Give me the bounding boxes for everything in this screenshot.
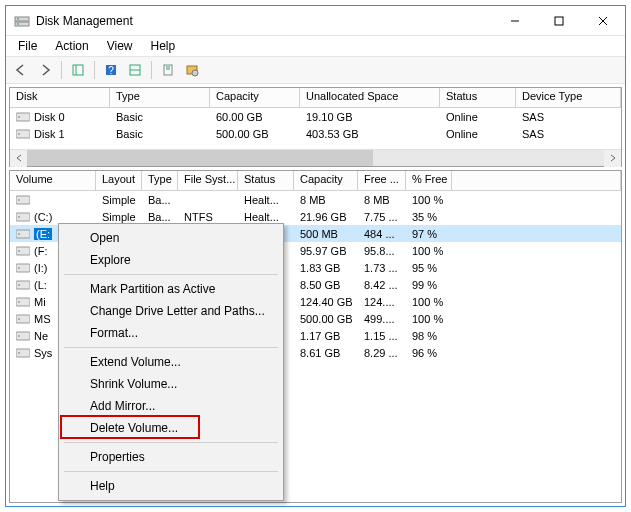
header-type[interactable]: Type (142, 171, 178, 191)
cell-pct: 100 % (406, 194, 452, 206)
volume-name: (I:) (34, 262, 47, 274)
cell-pct: 96 % (406, 347, 452, 359)
cell-capacity: 8.50 GB (294, 279, 358, 291)
cell-free: 8.29 ... (358, 347, 406, 359)
volume-name: Ne (34, 330, 48, 342)
svg-point-38 (18, 335, 20, 337)
volume-icon (16, 212, 30, 222)
cell-device: SAS (516, 128, 621, 140)
menu-item-add-mirror[interactable]: Add Mirror... (62, 395, 280, 417)
rescan-button[interactable] (181, 59, 203, 81)
volume-name: (L: (34, 279, 47, 291)
show-hide-tree-button[interactable] (67, 59, 89, 81)
header-blank[interactable] (452, 171, 621, 191)
header-volume[interactable]: Volume (10, 171, 96, 191)
cell-free: 8 MB (358, 194, 406, 206)
volume-name: Mi (34, 296, 46, 308)
menu-item-change-drive-letter-and-paths[interactable]: Change Drive Letter and Paths... (62, 300, 280, 322)
minimize-button[interactable] (493, 6, 537, 35)
scroll-left-icon[interactable] (10, 150, 27, 167)
scroll-thumb[interactable] (27, 150, 373, 166)
svg-point-34 (18, 301, 20, 303)
disk-rows: Disk 0Basic60.00 GB19.10 GBOnlineSASDisk… (10, 108, 621, 149)
titlebar: Disk Management (6, 6, 625, 36)
window-title: Disk Management (36, 14, 493, 28)
header-fs[interactable]: File Syst... (178, 171, 238, 191)
back-button[interactable] (10, 59, 32, 81)
menu-item-explore[interactable]: Explore (62, 249, 280, 271)
cell-free: 484 ... (358, 228, 406, 240)
menu-item-properties[interactable]: Properties (62, 446, 280, 468)
header-layout[interactable]: Layout (96, 171, 142, 191)
header-capacity[interactable]: Capacity (294, 171, 358, 191)
menu-item-mark-partition-as-active[interactable]: Mark Partition as Active (62, 278, 280, 300)
table-row[interactable]: SimpleBa...Healt...8 MB8 MB100 % (10, 191, 621, 208)
svg-text:?: ? (108, 65, 114, 76)
volume-icon (16, 297, 30, 307)
menu-item-help[interactable]: Help (62, 475, 280, 497)
header-device[interactable]: Device Type (516, 88, 621, 108)
menu-item-open[interactable]: Open (62, 227, 280, 249)
menu-separator (64, 274, 278, 275)
cell-unallocated: 403.53 GB (300, 128, 440, 140)
menu-help[interactable]: Help (143, 38, 184, 54)
header-disk[interactable]: Disk (10, 88, 110, 108)
table-row[interactable]: Disk 0Basic60.00 GB19.10 GBOnlineSAS (10, 108, 621, 125)
cell-capacity: 8.61 GB (294, 347, 358, 359)
forward-button[interactable] (34, 59, 56, 81)
header-capacity[interactable]: Capacity (210, 88, 300, 108)
svg-point-18 (18, 116, 20, 118)
close-button[interactable] (581, 6, 625, 35)
scroll-track[interactable] (27, 150, 604, 166)
cell-free: 95.8... (358, 245, 406, 257)
menu-separator (64, 471, 278, 472)
cell-status: Healt... (238, 211, 294, 223)
menu-file[interactable]: File (10, 38, 45, 54)
disk-pane: Disk Type Capacity Unallocated Space Sta… (9, 87, 622, 167)
horizontal-scrollbar[interactable] (10, 149, 621, 166)
cell-type: Ba... (142, 211, 178, 223)
header-status[interactable]: Status (238, 171, 294, 191)
cell-type: Basic (110, 128, 210, 140)
menu-item-delete-volume[interactable]: Delete Volume... (62, 417, 280, 439)
svg-point-28 (18, 250, 20, 252)
volume-name: Sys (34, 347, 52, 359)
volume-icon (16, 246, 30, 256)
menu-separator (64, 347, 278, 348)
cell-free: 499.... (358, 313, 406, 325)
volume-pane: Volume Layout Type File Syst... Status C… (9, 170, 622, 503)
menu-item-format[interactable]: Format... (62, 322, 280, 344)
window-controls (493, 6, 625, 35)
cell-layout: Simple (96, 211, 142, 223)
header-type[interactable]: Type (110, 88, 210, 108)
scroll-right-icon[interactable] (604, 150, 621, 167)
header-free[interactable]: Free ... (358, 171, 406, 191)
table-row[interactable]: Disk 1Basic500.00 GB403.53 GBOnlineSAS (10, 125, 621, 142)
menu-item-shrink-volume[interactable]: Shrink Volume... (62, 373, 280, 395)
header-pct[interactable]: % Free (406, 171, 452, 191)
header-unallocated[interactable]: Unallocated Space (300, 88, 440, 108)
cell-free: 124.... (358, 296, 406, 308)
cell-pct: 95 % (406, 262, 452, 274)
help-button[interactable]: ? (100, 59, 122, 81)
svg-point-2 (17, 18, 19, 20)
cell-type: Basic (110, 111, 210, 123)
cell-capacity: 1.83 GB (294, 262, 358, 274)
cell-pct: 98 % (406, 330, 452, 342)
menu-item-extend-volume[interactable]: Extend Volume... (62, 351, 280, 373)
svg-point-32 (18, 284, 20, 286)
menu-action[interactable]: Action (47, 38, 96, 54)
cell-capacity: 1.17 GB (294, 330, 358, 342)
volume-name: MS (34, 313, 51, 325)
cell-capacity: 500.00 GB (210, 128, 300, 140)
cell-capacity: 124.40 GB (294, 296, 358, 308)
svg-rect-5 (555, 17, 563, 25)
svg-point-16 (192, 70, 198, 76)
header-status[interactable]: Status (440, 88, 516, 108)
volume-name: (E: (34, 228, 52, 240)
menu-view[interactable]: View (99, 38, 141, 54)
refresh-button[interactable] (157, 59, 179, 81)
settings-button[interactable] (124, 59, 146, 81)
cell-pct: 99 % (406, 279, 452, 291)
maximize-button[interactable] (537, 6, 581, 35)
